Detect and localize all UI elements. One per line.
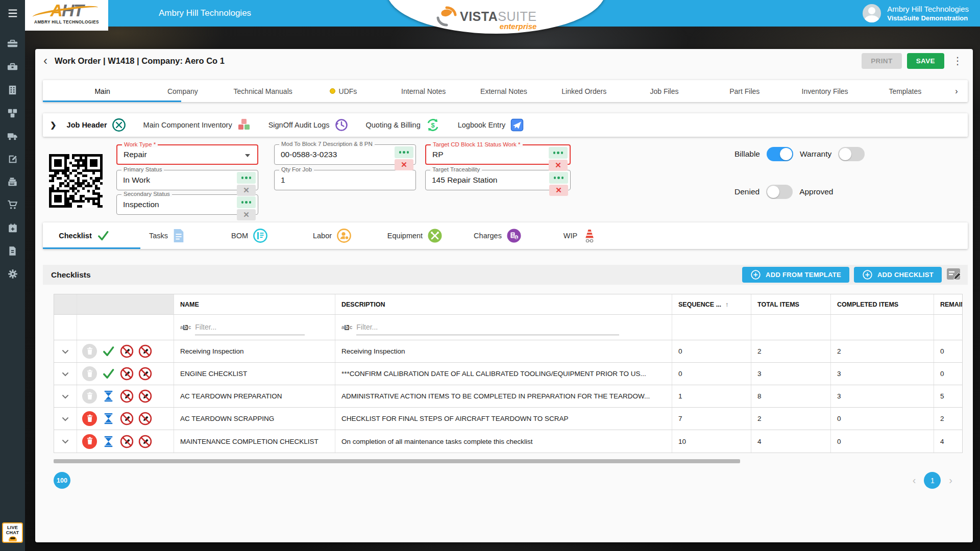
tab-templates[interactable]: Templates — [865, 80, 945, 102]
target-traceability-lookup-button[interactable] — [549, 172, 568, 184]
row-expand-icon[interactable] — [54, 385, 77, 407]
page-next-icon[interactable]: › — [949, 474, 952, 486]
row-expand-icon[interactable] — [54, 363, 77, 385]
qty-for-job-field[interactable]: Qty For Job 1 — [274, 170, 416, 190]
no-edit-icon — [138, 389, 152, 403]
tab-technical-manuals[interactable]: Technical Manuals — [223, 80, 303, 102]
cash-register-icon[interactable] — [7, 176, 18, 188]
tab-linked-orders[interactable]: Linked Orders — [544, 80, 624, 102]
live-chat-button[interactable]: LIVE CHAT — [2, 522, 23, 543]
filter-abc-icon[interactable]: abc — [341, 325, 352, 330]
subtab-quoting-billing[interactable]: Quoting & Billing $ — [366, 117, 440, 133]
description-filter-input[interactable] — [356, 320, 619, 335]
dropdown-caret-icon[interactable] — [245, 154, 250, 157]
tab-part-files[interactable]: Part Files — [704, 80, 785, 102]
name-filter-input[interactable] — [195, 320, 305, 335]
add-from-template-button[interactable]: ADD FROM TEMPLATE — [742, 267, 849, 283]
truck-icon[interactable] — [7, 130, 18, 142]
mod-to-block-lookup-button[interactable] — [395, 146, 413, 158]
edit-grid-icon[interactable] — [947, 268, 963, 281]
inventory-cubes-icon[interactable] — [7, 107, 18, 119]
col-name[interactable]: NAME — [174, 294, 335, 314]
delete-checklist-button[interactable] — [82, 344, 97, 359]
tab-inventory-files[interactable]: Inventory Files — [785, 80, 865, 102]
calendar-add-icon[interactable] — [7, 222, 18, 234]
primary-status-lookup-button[interactable] — [237, 172, 256, 184]
tab-labor[interactable]: Labor — [291, 222, 374, 249]
secondary-status-clear-button[interactable]: ✕ — [237, 209, 256, 220]
user-avatar[interactable] — [863, 4, 881, 22]
table-row: Receiving Inspection Receiving Inspectio… — [54, 340, 962, 363]
tab-checklist[interactable]: Checklist — [43, 222, 126, 249]
toolbox-alt-icon[interactable] — [7, 61, 18, 73]
more-options-icon[interactable]: ⋮ — [948, 55, 967, 67]
building-icon[interactable] — [7, 84, 18, 96]
tab-udfs[interactable]: UDFs — [303, 80, 383, 102]
menu-icon[interactable] — [0, 0, 25, 27]
target-cd-field[interactable]: Target CD Block 11 Status Work * RP ✕ — [425, 144, 571, 165]
tab-overflow-icon[interactable]: › — [945, 80, 968, 102]
tab-internal-notes[interactable]: Internal Notes — [383, 80, 463, 102]
subtab-expander-icon[interactable]: ❯ — [50, 120, 57, 130]
tab-tasks[interactable]: Tasks — [126, 222, 208, 249]
vistasuite-swirl-icon — [436, 6, 457, 27]
page-prev-icon[interactable]: ‹ — [913, 474, 916, 486]
secondary-status-lookup-button[interactable] — [237, 196, 256, 208]
row-expand-icon[interactable] — [54, 430, 77, 453]
horizontal-scrollbar[interactable] — [54, 459, 740, 463]
save-button[interactable]: SAVE — [907, 53, 944, 69]
tab-wip[interactable]: WIP — [539, 222, 622, 249]
delete-checklist-button[interactable] — [82, 366, 97, 381]
target-cd-lookup-button[interactable] — [549, 147, 568, 159]
document-icon[interactable] — [7, 245, 18, 257]
billable-toggle[interactable] — [767, 147, 793, 161]
settings-gear-icon[interactable] — [7, 268, 18, 280]
tab-job-files[interactable]: Job Files — [624, 80, 704, 102]
subtab-logbook-entry[interactable]: Logbook Entry — [458, 118, 525, 132]
no-edit-icon — [138, 412, 152, 425]
secondary-status-field[interactable]: Secondary Status Inspection ✕ — [116, 194, 258, 215]
print-button[interactable]: PRINT — [862, 53, 902, 69]
delete-checklist-button[interactable] — [82, 411, 97, 426]
target-traceability-clear-button[interactable]: ✕ — [549, 185, 568, 196]
page-size-button[interactable]: 100 — [54, 472, 70, 489]
work-type-field[interactable]: Work Type * Repair — [116, 144, 258, 165]
edit-order-icon[interactable] — [7, 153, 18, 165]
col-description[interactable]: DESCRIPTION — [335, 294, 672, 314]
user-block[interactable]: Ambry Hill Technologies VistaSuite Demon… — [863, 4, 969, 22]
cell-name: Receiving Inspection — [174, 340, 335, 362]
tab-charges[interactable]: Charges $ — [456, 222, 539, 249]
tab-bom[interactable]: BOM — [208, 222, 291, 249]
toolbox-icon[interactable] — [7, 38, 18, 50]
tab-main[interactable]: Main — [62, 80, 142, 102]
delete-checklist-button[interactable] — [82, 389, 97, 404]
back-icon[interactable]: ‹ — [43, 56, 47, 66]
row-expand-icon[interactable] — [54, 408, 77, 430]
col-completed-items[interactable]: COMPLETED ITEMS — [831, 294, 934, 314]
col-remaining[interactable]: REMAINING — [934, 294, 962, 314]
current-page-button[interactable]: 1 — [924, 472, 941, 489]
shopping-cart-icon[interactable] — [7, 199, 18, 211]
tab-company[interactable]: Company — [142, 80, 223, 102]
col-total-items[interactable]: TOTAL ITEMS — [751, 294, 831, 314]
mod-to-block-clear-button[interactable]: ✕ — [395, 159, 413, 170]
subtab-job-header[interactable]: Job Header — [67, 118, 126, 132]
subtab-main-component-inventory[interactable]: Main Component Inventory — [143, 118, 251, 132]
tab-equipment[interactable]: Equipment — [374, 222, 456, 249]
col-sequence[interactable]: SEQUENCE ...↑ — [672, 294, 751, 314]
subtab-signoff-audit-logs[interactable]: SignOff Audit Logs — [268, 118, 349, 132]
delete-checklist-button[interactable] — [82, 434, 97, 449]
add-checklist-button[interactable]: ADD CHECKLIST — [854, 267, 942, 283]
mod-to-block-field[interactable]: Mod To Block 7 Description & 8 PN 00-058… — [274, 144, 416, 165]
filter-abc-icon[interactable]: abc — [180, 325, 191, 330]
tab-external-notes[interactable]: External Notes — [463, 80, 544, 102]
denied-approved-toggle[interactable] — [766, 185, 793, 199]
target-traceability-field[interactable]: Target Traceability 145 Repair Station ✕ — [425, 170, 571, 190]
primary-status-field[interactable]: Primary Status In Work ✕ — [116, 170, 258, 190]
target-cd-clear-button[interactable]: ✕ — [549, 160, 568, 171]
warranty-toggle[interactable] — [838, 147, 865, 161]
row-expand-icon[interactable] — [54, 340, 77, 362]
qr-code — [49, 154, 103, 208]
primary-status-clear-button[interactable]: ✕ — [237, 185, 256, 196]
mod-to-block-value: 00-0588-3-0233 — [281, 145, 337, 164]
